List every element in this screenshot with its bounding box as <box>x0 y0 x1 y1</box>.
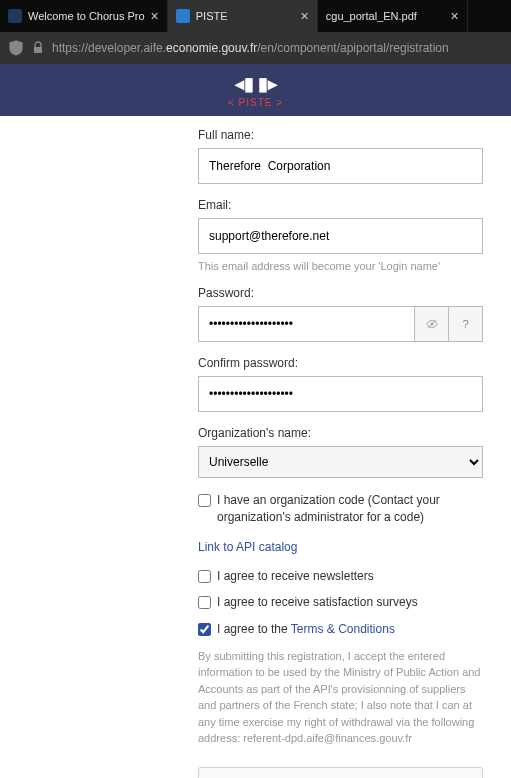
surveys-label: I agree to receive satisfaction surveys <box>217 594 418 611</box>
tab-cgu[interactable]: cgu_portal_EN.pdf × <box>318 0 468 32</box>
terms-link[interactable]: Terms & Conditions <box>291 622 395 636</box>
registration-form: Full name: Email: This email address wil… <box>0 116 511 778</box>
email-input[interactable] <box>198 218 483 254</box>
url-text: https://developer.aife.economie.gouv.fr/… <box>52 41 449 55</box>
email-label: Email: <box>198 198 483 212</box>
tab-title: Welcome to Chorus Pro <box>28 10 145 22</box>
password-input[interactable] <box>198 306 415 342</box>
page-header: ◂▮▮▸ < PISTE > <box>0 64 511 116</box>
url-bar[interactable]: https://developer.aife.economie.gouv.fr/… <box>0 32 511 64</box>
organization-label: Organization's name: <box>198 426 483 440</box>
email-hint: This email address will become your 'Log… <box>198 260 483 272</box>
lock-icon <box>30 40 46 56</box>
close-icon[interactable]: × <box>301 8 309 24</box>
tab-chorus[interactable]: Welcome to Chorus Pro × <box>0 0 168 32</box>
terms-label: I agree to the Terms & Conditions <box>217 621 395 638</box>
disclaimer-text: By submitting this registration, I accep… <box>198 648 483 747</box>
fullname-label: Full name: <box>198 128 483 142</box>
tab-favicon <box>176 9 190 23</box>
terms-checkbox[interactable] <box>198 623 211 636</box>
confirm-password-label: Confirm password: <box>198 356 483 370</box>
logo-icon: ◂▮▮▸ <box>235 73 277 95</box>
password-help-button[interactable]: ? <box>449 306 483 342</box>
password-label: Password: <box>198 286 483 300</box>
shield-icon <box>8 40 24 56</box>
api-catalog-link[interactable]: Link to API catalog <box>198 540 483 554</box>
orgcode-label: I have an organization code (Contact you… <box>217 492 483 526</box>
confirm-password-input[interactable] <box>198 376 483 412</box>
newsletters-checkbox[interactable] <box>198 570 211 583</box>
tab-piste[interactable]: PISTE × <box>168 0 318 32</box>
tab-title: PISTE <box>196 10 295 22</box>
organization-select[interactable]: Universelle <box>198 446 483 478</box>
orgcode-checkbox[interactable] <box>198 494 211 507</box>
newsletters-label: I agree to receive newsletters <box>217 568 374 585</box>
close-icon[interactable]: × <box>151 8 159 24</box>
svg-rect-0 <box>34 47 42 53</box>
browser-tabs: Welcome to Chorus Pro × PISTE × cgu_port… <box>0 0 511 32</box>
brand-name: < PISTE > <box>228 97 283 108</box>
tab-title: cgu_portal_EN.pdf <box>326 10 445 22</box>
tab-favicon <box>8 9 22 23</box>
surveys-checkbox[interactable] <box>198 596 211 609</box>
fullname-input[interactable] <box>198 148 483 184</box>
recaptcha-widget[interactable]: ✓ I'm not a robot reCAPTCHA Privacy - Te… <box>198 767 483 778</box>
close-icon[interactable]: × <box>451 8 459 24</box>
toggle-visibility-icon[interactable] <box>415 306 449 342</box>
